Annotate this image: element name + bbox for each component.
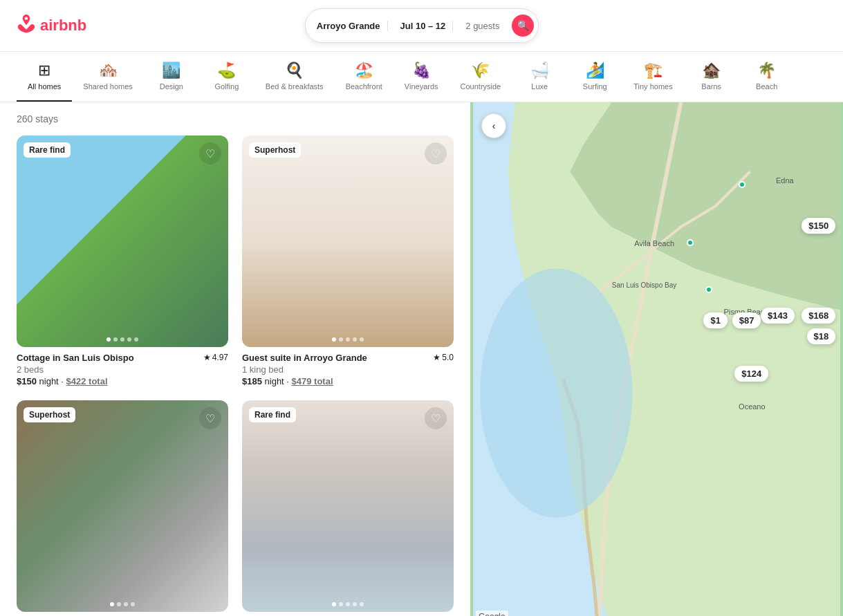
google-watermark: Google (476, 610, 508, 616)
price-pin-18[interactable]: $18 (807, 328, 836, 344)
category-item-design[interactable]: 🏙️ Design (144, 52, 199, 102)
listing-grid: Rare find ♡ Cottage in San Luis Obispo (17, 136, 454, 616)
image-dots-2 (332, 337, 364, 342)
listing-subtitle-2: 1 king bed (242, 364, 454, 375)
listing-info-3: Tiny home in countryside ★ 4.85 2 beds $… (17, 612, 228, 616)
listing-card-2[interactable]: Superhost ♡ Guest suite in Arroyo Gran (242, 136, 454, 386)
category-item-barns[interactable]: 🏚️ Barns (684, 52, 739, 102)
listing-image-wrap-3: Superhost ♡ (17, 400, 228, 612)
listing-image-wrap-4: Rare find ♡ (242, 400, 454, 612)
map-panel: ‹ Edna Avila Beach San Luis Obispo Bay P… (470, 102, 843, 616)
price-pin-150[interactable]: $150 (802, 218, 835, 234)
image-dots-4 (332, 602, 364, 606)
dot-4-2 (339, 602, 343, 606)
dot-1-2 (113, 337, 118, 342)
wishlist-button-2[interactable]: ♡ (425, 142, 447, 165)
category-item-bed-breakfasts[interactable]: 🍳 Bed & breakfasts (254, 52, 335, 102)
dot-4-3 (346, 602, 350, 606)
price-pin-168[interactable]: $168 (802, 308, 835, 324)
badge-rare-find-1: Rare find (24, 142, 71, 158)
listing-title-1: Cottage in San Luis Obispo (17, 353, 134, 363)
barns-icon: 🏚️ (702, 62, 721, 80)
listing-info-1: Cottage in San Luis Obispo ★ 4.97 2 beds… (17, 347, 228, 386)
chevron-left-icon: ‹ (492, 120, 496, 131)
listing-image-1 (17, 136, 228, 347)
price-pin-87[interactable]: $87 (732, 312, 761, 328)
golfing-icon: ⛳ (217, 62, 236, 80)
dot-3-2 (117, 602, 121, 606)
category-item-beach[interactable]: 🌴 Beach (739, 52, 795, 102)
category-item-luxe[interactable]: 🛁 Luxe (512, 52, 567, 102)
dot-4-1 (332, 602, 336, 606)
dot-1-3 (120, 337, 124, 342)
map-label-oceano: Oceano (739, 402, 766, 411)
listing-info-4: Suite near Pismo Beach ★ 4.92 1 bed $143… (242, 612, 454, 616)
map-label-slo-bay: San Luis Obispo Bay (612, 281, 676, 289)
listing-title-row-1: Cottage in San Luis Obispo ★ 4.97 (17, 353, 228, 363)
listing-image-wrap-1: Rare find ♡ (17, 136, 228, 347)
heart-icon-1: ♡ (205, 147, 215, 160)
listing-card-4[interactable]: Rare find ♡ Suite near Pismo Beach (242, 400, 454, 616)
dot-2-3 (346, 337, 350, 342)
price-pin-124[interactable]: $124 (734, 366, 768, 382)
dot-2-2 (339, 337, 343, 342)
category-item-vineyards[interactable]: 🍇 Vineyards (393, 52, 450, 102)
category-item-surfing[interactable]: 🏄 Surfing (567, 52, 622, 102)
listing-image-2 (242, 136, 454, 347)
dot-1-1 (106, 337, 111, 342)
heart-icon-3: ♡ (205, 412, 215, 425)
global-search-bar[interactable]: Arroyo Grande Jul 10 – 12 2 guests 🔍 (305, 8, 539, 43)
image-dots-3 (110, 602, 135, 606)
header: airbnb Arroyo Grande Jul 10 – 12 2 guest… (0, 0, 843, 52)
listing-image-wrap-2: Superhost ♡ (242, 136, 454, 347)
category-item-shared-homes[interactable]: 🏘️ Shared homes (72, 52, 144, 102)
beach-icon: 🌴 (757, 62, 776, 80)
airbnb-logo-icon (17, 14, 36, 38)
price-pin-143[interactable]: $143 (761, 308, 795, 324)
dot-3-3 (124, 602, 128, 606)
listing-rating-1: ★ 4.97 (203, 353, 228, 362)
svg-point-1 (480, 268, 632, 517)
category-item-golfing[interactable]: ⛳ Golfing (199, 52, 254, 102)
bed-breakfasts-icon: 🍳 (285, 62, 304, 80)
dot-1-4 (127, 337, 131, 342)
search-dates[interactable]: Jul 10 – 12 (393, 21, 454, 31)
wishlist-button-1[interactable]: ♡ (199, 142, 221, 165)
listing-card-1[interactable]: Rare find ♡ Cottage in San Luis Obispo (17, 136, 228, 386)
image-dots-1 (106, 337, 138, 342)
heart-icon-4: ♡ (431, 412, 441, 425)
map-dot-3 (705, 286, 712, 293)
listing-title-row-2: Guest suite in Arroyo Grande ★ 5.0 (242, 353, 454, 363)
listing-card-3[interactable]: Superhost ♡ Tiny home in countryside (17, 400, 228, 616)
airbnb-logo[interactable]: airbnb (17, 14, 86, 38)
map-label-edna: Edna (776, 176, 794, 185)
dot-4-5 (360, 602, 364, 606)
badge-superhost-2: Superhost (249, 142, 301, 158)
category-item-all-homes[interactable]: ⊞ All homes (17, 52, 72, 102)
listings-panel: 260 stays Rare find ♡ (0, 102, 470, 616)
wishlist-button-4[interactable]: ♡ (425, 407, 447, 429)
search-guests[interactable]: 2 guests (458, 21, 506, 31)
search-submit-button[interactable]: 🔍 (512, 15, 534, 37)
badge-superhost-3: Superhost (24, 407, 75, 422)
map-label-avila-beach: Avila Beach (634, 239, 674, 248)
dot-3-1 (110, 602, 114, 606)
category-item-tiny-homes[interactable]: 🏗️ Tiny homes (622, 52, 683, 102)
tiny-homes-icon: 🏗️ (644, 62, 663, 80)
listing-image-4 (242, 400, 454, 612)
beachfront-icon: 🏖️ (355, 62, 373, 80)
category-item-countryside[interactable]: 🌾 Countryside (450, 52, 512, 102)
listing-title-2: Guest suite in Arroyo Grande (242, 353, 367, 363)
wishlist-button-3[interactable]: ♡ (199, 407, 221, 429)
category-navigation: ⊞ All homes 🏘️ Shared homes 🏙️ Design ⛳ … (0, 52, 843, 102)
stays-count: 260 stays (17, 113, 454, 124)
vineyards-icon: 🍇 (412, 62, 431, 80)
category-item-beachfront[interactable]: 🏖️ Beachfront (335, 52, 393, 102)
dot-1-5 (134, 337, 138, 342)
map-collapse-button[interactable]: ‹ (481, 113, 506, 138)
search-location[interactable]: Arroyo Grande (317, 21, 388, 31)
countryside-icon: 🌾 (471, 62, 490, 80)
map-background: ‹ Edna Avila Beach San Luis Obispo Bay P… (470, 102, 843, 616)
price-pin-1[interactable]: $1 (703, 312, 727, 328)
dot-2-1 (332, 337, 336, 342)
